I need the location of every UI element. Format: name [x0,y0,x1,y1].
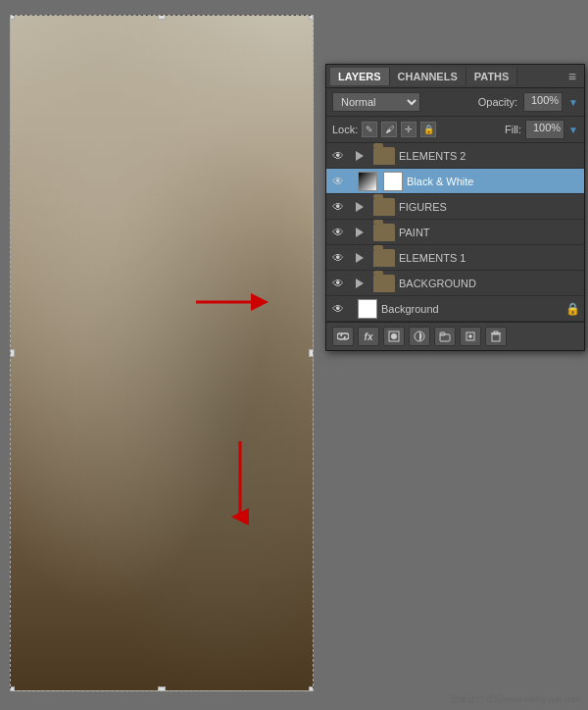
layer-row-figures[interactable]: 👁 FIGURES [326,194,584,220]
layer-name-background: Background [381,303,562,315]
folder-thumb-paint [373,224,395,241]
lock-pixel-btn[interactable]: ✎ [362,122,377,137]
svg-rect-10 [492,334,500,341]
visibility-icon-blackwhite[interactable]: 👁 [330,174,346,189]
folder-thumb-figures [373,198,395,216]
arrow-down-indicator [230,436,250,528]
folder-thumb-elements2 [373,147,395,165]
visibility-icon-figures[interactable]: 👁 [330,199,346,215]
fill-label: Fill: [505,124,521,135]
selection-handle-ml [10,349,15,357]
layer-name-blackwhite: Black & White [407,176,580,187]
svg-point-3 [391,333,397,339]
add-mask-btn[interactable] [383,327,405,346]
arrow-right-indicator [191,292,270,315]
selection-handle-tr [309,15,314,20]
lock-label: Lock: [332,124,358,135]
folder-expand-elements2[interactable] [350,148,369,164]
add-layer-style-btn[interactable]: fx [358,327,379,346]
selection-handle-bl [10,686,15,691]
selection-handle-tc [158,15,166,20]
delete-layer-btn[interactable] [485,327,507,346]
opacity-label: Opacity: [478,96,517,108]
opacity-arrow-icon: ▼ [568,97,578,108]
folder-expand-figures[interactable] [350,199,369,215]
blend-mode-select[interactable]: Normal Multiply Screen Overlay [332,92,420,112]
lock-row: Lock: ✎ 🖌 ✛ 🔒 Fill: 100% ▼ [326,117,584,143]
lock-icon-background: 🔒 [565,302,580,316]
layer-row-blackwhite[interactable]: 👁 Black & White [326,169,584,194]
layers-panel: LAYERS CHANNELS PATHS ≡ Normal Multiply … [325,64,585,351]
layer-row-background-group[interactable]: 👁 BACKGROUND [326,271,584,296]
visibility-icon-background-group[interactable]: 👁 [330,276,346,291]
selection-handle-mr [309,349,314,357]
watermark: 思缘设计论坛www.missyuan.com [450,693,580,706]
visibility-icon-elements2[interactable]: 👁 [330,148,346,164]
layer-name-paint: PAINT [399,227,580,238]
folder-expand-background-group[interactable] [350,276,369,291]
folder-expand-elements1[interactable] [350,250,369,266]
layer-name-background-group: BACKGROUND [399,278,580,289]
layer-row-elements2[interactable]: 👁 ELEMENTS 2 [326,143,584,169]
tab-layers[interactable]: LAYERS [330,68,390,85]
layer-name-elements2: ELEMENTS 2 [399,150,580,162]
panel-tabs: LAYERS CHANNELS PATHS [330,68,517,85]
link-layers-btn[interactable] [332,327,354,346]
lock-all-btn[interactable]: 🔒 [420,122,436,137]
new-group-btn[interactable] [434,327,456,346]
layer-name-elements1: ELEMENTS 1 [399,252,580,264]
new-layer-btn[interactable] [460,327,481,346]
canvas-image [10,15,314,691]
layers-list: 👁 ELEMENTS 2 👁 Black & White 👁 FIGURES [326,143,584,322]
lock-move-btn[interactable]: ✛ [401,122,416,137]
selection-handle-br [309,686,314,691]
thumb-blackwhite [358,172,377,191]
new-adjustment-btn[interactable] [409,327,430,346]
fill-value[interactable]: 100% [525,120,564,139]
visibility-icon-background[interactable]: 👁 [330,301,346,317]
layer-row-paint[interactable]: 👁 PAINT [326,220,584,245]
folder-thumb-background-group [373,275,395,292]
opacity-value[interactable]: 100% [523,92,563,112]
lock-brush-btn[interactable]: 🖌 [381,122,397,137]
visibility-icon-paint[interactable]: 👁 [330,225,346,240]
blend-mode-row: Normal Multiply Screen Overlay Opacity: … [326,88,584,117]
folder-thumb-elements1 [373,249,395,267]
layer-name-figures: FIGURES [399,201,580,213]
tab-paths[interactable]: PATHS [466,68,518,85]
tab-channels[interactable]: CHANNELS [390,68,466,85]
svg-rect-12 [494,331,498,333]
fill-arrow-icon: ▼ [568,125,578,135]
layer-row-elements1[interactable]: 👁 ELEMENTS 1 [326,245,584,271]
selection-handle-tl [10,15,15,20]
folder-expand-paint[interactable] [350,225,369,240]
panel-header: LAYERS CHANNELS PATHS ≡ [326,65,584,88]
panel-menu-icon[interactable]: ≡ [564,69,580,84]
layer-row-background[interactable]: 👁 Background 🔒 [326,296,584,322]
visibility-icon-elements1[interactable]: 👁 [330,250,346,266]
selection-handle-bc [158,686,166,691]
mask-thumb-blackwhite [383,172,403,191]
panel-toolbar: fx [326,322,584,350]
thumb-background [358,299,377,319]
